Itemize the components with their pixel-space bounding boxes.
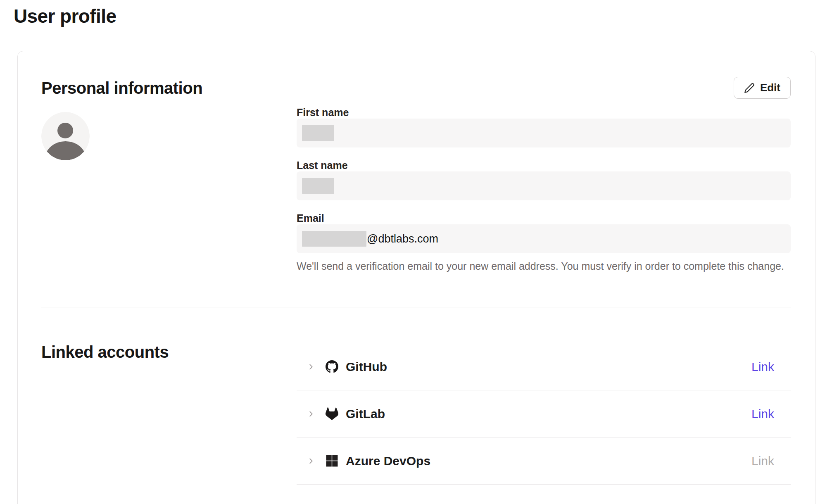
linked-account-row-azure-devops: Azure DevOps Link: [297, 437, 791, 485]
edit-button[interactable]: Edit: [734, 77, 791, 99]
github-link-button[interactable]: Link: [751, 360, 774, 374]
account-name: GitLab: [346, 407, 385, 421]
first-name-field: First name: [297, 107, 791, 147]
last-name-label: Last name: [297, 160, 791, 171]
last-name-input[interactable]: [297, 171, 791, 200]
linked-account-row-gitlab: GitLab Link: [297, 390, 791, 437]
last-name-field: Last name: [297, 160, 791, 200]
linked-accounts-list: GitHub Link GitLab Link: [297, 343, 791, 485]
chevron-right-icon[interactable]: [307, 362, 316, 371]
edit-button-label: Edit: [760, 81, 780, 94]
github-icon: [326, 360, 338, 373]
first-name-label: First name: [297, 107, 791, 118]
user-silhouette-icon: [41, 112, 90, 160]
avatar-column: [41, 107, 297, 160]
pencil-icon: [744, 83, 755, 93]
email-input[interactable]: @dbtlabs.com: [297, 224, 791, 253]
gitlab-link-button[interactable]: Link: [751, 407, 774, 421]
azure-devops-link-button-disabled: Link: [751, 454, 774, 468]
redacted-first-name-value: [302, 125, 334, 141]
gitlab-icon: [326, 407, 338, 420]
linked-accounts-heading: Linked accounts: [41, 343, 297, 361]
email-domain-suffix: @dbtlabs.com: [367, 233, 438, 245]
section-divider: [41, 307, 791, 307]
email-field: Email @dbtlabs.com We'll send a verifica…: [297, 213, 791, 272]
linked-accounts-heading-column: Linked accounts: [41, 343, 297, 361]
email-label: Email: [297, 213, 791, 223]
redacted-email-prefix: [302, 231, 366, 247]
avatar: [41, 112, 90, 160]
main-content: Personal information Edit: [0, 51, 832, 504]
azure-devops-icon: [326, 454, 338, 467]
personal-info-heading: Personal information: [41, 79, 202, 97]
account-name: Azure DevOps: [346, 454, 430, 468]
chevron-right-icon[interactable]: [307, 456, 316, 466]
first-name-input[interactable]: [297, 119, 791, 147]
linked-accounts-section: Linked accounts GitHub Link: [41, 343, 791, 485]
redacted-last-name-value: [302, 178, 334, 194]
linked-account-row-github: GitHub Link: [297, 343, 791, 390]
page-title: User profile: [14, 5, 116, 27]
email-help-text: We'll send a verification email to your …: [297, 260, 791, 272]
personal-info-header: Personal information Edit: [41, 77, 791, 99]
user-profile-card: Personal information Edit: [17, 51, 815, 504]
personal-info-body: First name Last name Email @dbtlabs.: [41, 107, 791, 272]
chevron-right-icon[interactable]: [307, 409, 316, 418]
personal-info-form: First name Last name Email @dbtlabs.: [297, 107, 791, 272]
page-header: User profile: [0, 0, 832, 32]
account-name: GitHub: [346, 360, 387, 374]
